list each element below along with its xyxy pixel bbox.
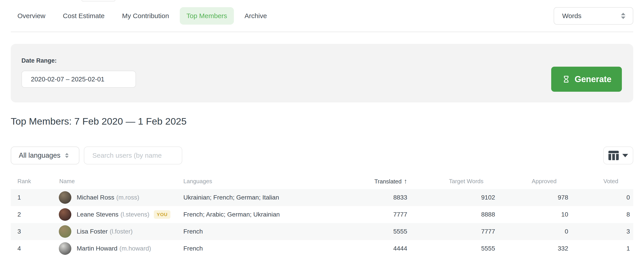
top-members-page: Overview Cost Estimate My Contribution T… [0,0,644,255]
table-row[interactable]: 4 Martin Howard (m.howard) YOU French 44… [11,240,633,255]
member-approved: 332 [498,240,572,255]
member-translated: 5555 [322,223,410,240]
member-approved: 10 [498,206,572,223]
member-target-words: 8888 [410,206,498,223]
column-header-rank[interactable]: Rank [11,173,59,189]
column-header-translated[interactable]: Translated↑ [322,173,410,189]
tabs-separator [11,32,633,32]
date-range-value: 2020-02-07 – 2025-02-01 [31,76,104,83]
member-username: (m.ross) [116,194,139,201]
unit-select[interactable]: Words [554,7,633,24]
column-header-target-words[interactable]: Target Words [410,173,498,189]
date-range-label: Date Range: [22,57,57,64]
columns-settings-button[interactable] [603,146,633,164]
member-languages: French; Arabic; German; Ukrainian [183,206,322,223]
columns-icon [608,151,619,160]
member-rank: 3 [11,223,59,240]
member-translated: 4444 [322,240,410,255]
member-name[interactable]: Michael Ross [77,194,114,201]
column-header-voted[interactable]: Voted [572,173,633,189]
report-tabs: Overview Cost Estimate My Contribution T… [11,7,278,24]
tab-archive[interactable]: Archive [238,7,274,24]
date-range-input[interactable]: 2020-02-07 – 2025-02-01 [22,71,136,88]
search-input[interactable] [84,146,182,164]
member-username: (l.foster) [110,228,133,235]
report-settings-panel: Date Range: 2020-02-07 – 2025-02-01 Gene… [11,44,633,102]
member-target-words: 5555 [410,240,498,255]
member-approved: 0 [498,223,572,240]
tab-top-members[interactable]: Top Members [180,7,234,24]
generate-button[interactable]: Generate [551,67,622,92]
top-members-table: Rank Name Languages Translated↑ Target W… [11,173,633,255]
member-voted: 8 [572,206,633,223]
you-badge: YOU [154,210,170,219]
updown-icon [64,153,69,158]
member-languages: French [183,240,322,255]
member-translated: 8833 [322,189,410,206]
member-name[interactable]: Leane Stevens [77,211,118,218]
tab-my-contribution[interactable]: My Contribution [116,7,176,24]
column-header-languages[interactable]: Languages [183,173,322,189]
unit-select-value: Words [562,12,582,20]
sort-ascending-icon: ↑ [404,178,407,185]
member-username: (m.howard) [120,245,151,252]
avatar [59,225,71,238]
tab-cost-estimate[interactable]: Cost Estimate [56,7,111,24]
member-approved: 978 [498,189,572,206]
cut-off-element-above [81,0,116,2]
table-header-row: Rank Name Languages Translated↑ Target W… [11,173,633,189]
member-voted: 3 [572,223,633,240]
column-header-translated-label: Translated [374,178,402,185]
chevron-down-icon [622,154,628,157]
member-languages: French [183,223,322,240]
member-username: (l.stevens) [120,211,149,218]
language-filter-select[interactable]: All languages [11,146,80,164]
page-title: Top Members: 7 Feb 2020 — 1 Feb 2025 [11,116,186,127]
language-filter-value: All languages [19,152,60,160]
avatar [59,191,71,204]
member-name[interactable]: Lisa Foster [77,228,108,235]
column-header-approved[interactable]: Approved [498,173,572,189]
member-translated: 7777 [322,206,410,223]
hourglass-icon [562,75,571,84]
member-rank: 2 [11,206,59,223]
column-header-name[interactable]: Name [59,173,183,189]
member-rank: 4 [11,240,59,255]
member-voted: 1 [572,240,633,255]
avatar [59,242,71,255]
table-row[interactable]: 3 Lisa Foster (l.foster) YOU French 5555… [11,223,633,240]
updown-icon [620,12,626,20]
avatar [59,208,71,221]
generate-label: Generate [575,74,612,84]
member-languages: Ukrainian; French; German; Italian [183,189,322,206]
member-voted: 0 [572,189,633,206]
table-row[interactable]: 1 Michael Ross (m.ross) YOU Ukrainian; F… [11,189,633,206]
member-rank: 1 [11,189,59,206]
member-target-words: 7777 [410,223,498,240]
member-target-words: 9102 [410,189,498,206]
member-name[interactable]: Martin Howard [77,245,118,252]
tab-overview[interactable]: Overview [11,7,52,24]
table-row[interactable]: 2 Leane Stevens (l.stevens) YOU French; … [11,206,633,223]
